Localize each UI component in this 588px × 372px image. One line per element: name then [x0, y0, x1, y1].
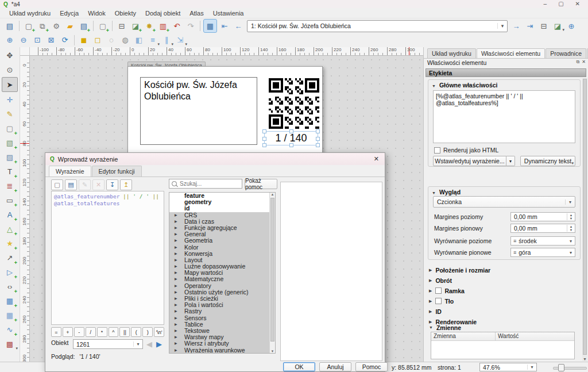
variables-table[interactable]: Zmienna Wartość: [431, 332, 575, 359]
raise-items-button[interactable]: ◧: [133, 34, 145, 47]
dynamic-text-button[interactable]: Dynamiczny tekst ▾: [520, 156, 575, 166]
collapse-arrow-icon[interactable]: ▼: [432, 191, 436, 195]
atlas-last-feature-button[interactable]: ⇥: [524, 20, 536, 32]
menu-widok[interactable]: Widok: [83, 9, 110, 17]
zoom-actual-button[interactable]: ⊡: [31, 34, 44, 47]
pan-tool-button[interactable]: ✥: [2, 48, 17, 62]
add-north-arrow-button[interactable]: A+: [2, 208, 17, 221]
expand-arrow-icon[interactable]: ▶: [175, 296, 177, 302]
menu-ustawienia[interactable]: Ustawienia: [208, 9, 249, 17]
selection-handle[interactable]: [316, 143, 320, 147]
atlas-counter-item[interactable]: 1 / 140: [264, 131, 318, 145]
panel-group-tło[interactable]: ▶Tło: [429, 297, 581, 305]
atlas-settings-button[interactable]: ⊕: [565, 20, 578, 32]
feature-combo[interactable]: 1261 ▾: [73, 339, 143, 349]
select-move-tool-button[interactable]: ➤: [2, 77, 18, 92]
scroll-up-icon[interactable]: ▲: [270, 193, 275, 196]
expand-arrow-icon[interactable]: ▶: [175, 231, 177, 237]
expand-arrow-icon[interactable]: ▶: [175, 270, 177, 276]
expand-arrow-icon[interactable]: ▶: [175, 276, 177, 282]
expand-arrow-icon[interactable]: ▶: [429, 278, 432, 283]
menu-atlas[interactable]: Atlas: [185, 9, 208, 17]
search-input[interactable]: [169, 179, 242, 189]
minimize-icon[interactable]: –: [544, 1, 547, 7]
operator-button[interactable]: -: [74, 327, 84, 337]
expand-arrow-icon[interactable]: ▶: [429, 309, 432, 314]
qr-code-image[interactable]: [269, 78, 319, 129]
add-map-button[interactable]: ▧+: [2, 136, 17, 149]
add-scalebar-button[interactable]: ▭+: [2, 193, 17, 207]
operator-button[interactable]: (: [131, 327, 141, 337]
operator-button[interactable]: ): [142, 327, 153, 337]
menu-obiekty[interactable]: Obiekty: [110, 9, 141, 17]
tab-expression[interactable]: Wyrażenie: [49, 166, 91, 177]
add-attribute-table-button[interactable]: ▦+: [2, 294, 17, 308]
selection-handle[interactable]: [316, 137, 320, 141]
unlock-items-button[interactable]: ◻: [91, 34, 104, 47]
spinner-arrows-icon[interactable]: ▲▼: [567, 225, 575, 232]
open-layout-button[interactable]: ▰: [64, 20, 76, 32]
title-label-item[interactable]: Kościół pw. Św. Józefa Oblubieńca: [140, 77, 257, 145]
selection-handle[interactable]: [289, 129, 293, 133]
expand-arrow-icon[interactable]: ▶: [175, 315, 177, 321]
function-group-item[interactable]: ▶Wyrażenia warunkowe: [169, 347, 275, 354]
selection-handle[interactable]: [262, 129, 266, 133]
add-dynamic-item-button[interactable]: ▩▾: [2, 337, 17, 351]
expand-arrow-icon[interactable]: ▶: [175, 340, 177, 347]
atlas-previous-feature-button[interactable]: ←: [232, 20, 245, 32]
group-header-variables[interactable]: ▼Zmienne: [429, 323, 581, 332]
scroll-down-icon[interactable]: ▼: [582, 357, 587, 361]
operator-button[interactable]: '\n': [154, 327, 164, 337]
label-expression-input[interactable]: [%@atlas_featurenumber || ' / ' || @atla…: [433, 90, 575, 143]
export-svg-button[interactable]: ✸+: [143, 20, 156, 32]
expand-arrow-icon[interactable]: ▶: [175, 302, 177, 308]
column-header-variable[interactable]: Zmienna: [431, 332, 496, 340]
group-header-appearance[interactable]: ▼Wygląd: [428, 187, 580, 195]
list-scrollbar[interactable]: ▲▼: [269, 193, 275, 353]
redo-button[interactable]: ↷: [184, 20, 197, 32]
expression-import-button[interactable]: ↧: [106, 179, 118, 190]
help-button[interactable]: Pomoc: [355, 362, 388, 371]
expand-arrow-icon[interactable]: ▶: [175, 289, 177, 296]
add-page-button[interactable]: ▢+: [2, 121, 17, 135]
expand-arrow-icon[interactable]: ▶: [175, 218, 177, 225]
export-image-button[interactable]: ◪+: [129, 20, 142, 32]
tab-layout[interactable]: Układ wydruku: [427, 48, 476, 58]
expand-arrow-icon[interactable]: ▶: [175, 263, 177, 270]
add-label-button[interactable]: T+: [2, 164, 17, 178]
expand-arrow-icon[interactable]: ▶: [429, 268, 432, 273]
collapse-arrow-icon[interactable]: ▼: [432, 84, 436, 88]
zoom-tool-button[interactable]: ⊙: [2, 63, 17, 76]
atlas-feature-combo[interactable]: 1: Kościół pw. Św. Józefa Oblubieńca▾: [247, 20, 508, 32]
font-button[interactable]: Czcionka ▾: [433, 196, 575, 208]
maximize-icon[interactable]: ▢: [558, 1, 563, 7]
save-as-button[interactable]: ▤+: [78, 20, 90, 32]
selection-handle[interactable]: [316, 129, 320, 133]
next-feature-icon[interactable]: ▶: [156, 340, 162, 348]
resize-items-button[interactable]: ⇲▾: [174, 34, 187, 47]
zoom-in-button[interactable]: ⊕: [3, 34, 16, 47]
vertical-align-combo[interactable]: ≡góra▾: [510, 248, 575, 257]
operator-button[interactable]: /: [86, 327, 96, 337]
selection-handle[interactable]: [289, 143, 293, 147]
print-atlas-button[interactable]: ⊟: [537, 20, 550, 32]
expand-arrow-icon[interactable]: ▶: [175, 308, 177, 315]
column-header-value[interactable]: Wartość: [496, 332, 521, 340]
close-icon[interactable]: ✕: [575, 1, 580, 7]
operator-button[interactable]: ||: [119, 327, 130, 337]
expand-arrow-icon[interactable]: ▶: [429, 299, 432, 304]
expand-arrow-icon[interactable]: ▶: [175, 283, 177, 289]
expand-arrow-icon[interactable]: ▶: [175, 347, 177, 354]
tab-guides[interactable]: Prowadnice: [546, 48, 586, 58]
export-atlas-button[interactable]: ◪▾: [551, 20, 564, 32]
expand-arrow-icon[interactable]: ▶: [175, 328, 177, 334]
panel-group-położenie-i-rozmiar[interactable]: ▶Położenie i rozmiar: [429, 266, 581, 274]
save-button[interactable]: ▤: [3, 20, 16, 32]
panel-group-id[interactable]: ▶ID: [429, 307, 581, 316]
panel-group-obrót[interactable]: ▶Obrót: [429, 276, 581, 285]
add-shape-button[interactable]: △+: [2, 222, 17, 236]
expression-export-button[interactable]: ↥: [120, 179, 132, 190]
align-items-button[interactable]: ≡▾: [146, 34, 159, 47]
selection-handle[interactable]: [262, 137, 266, 141]
refresh-view-button[interactable]: ⟳: [59, 34, 71, 47]
